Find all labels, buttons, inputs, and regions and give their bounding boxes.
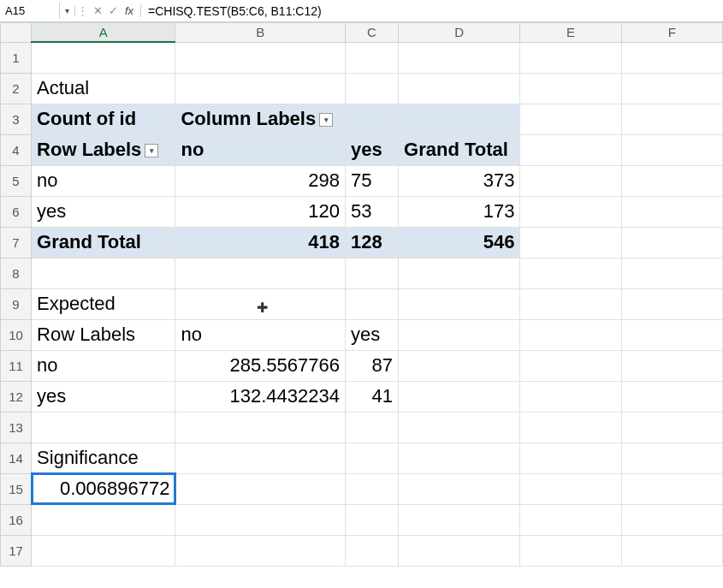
cell[interactable] [345, 258, 398, 288]
pivot-count-of-id[interactable]: Count of id [32, 104, 175, 134]
cell[interactable]: 373 [399, 165, 520, 196]
cell[interactable] [621, 381, 722, 412]
cell[interactable]: yes [32, 381, 175, 412]
column-labels-dropdown[interactable]: ▾ [319, 113, 333, 127]
cell-label-expected[interactable]: Expected [32, 288, 175, 319]
cell[interactable] [520, 258, 621, 288]
cell[interactable] [399, 504, 520, 535]
pivot-grand-total-col[interactable]: Grand Total [399, 134, 520, 165]
cell[interactable] [520, 165, 621, 196]
name-box-dropdown[interactable]: ▾ [60, 6, 75, 16]
row-header[interactable]: 4 [1, 134, 32, 165]
cell-significance-value[interactable]: 0.006896772 [32, 473, 175, 504]
cell[interactable] [399, 288, 520, 319]
row-header[interactable]: 15 [1, 473, 32, 504]
cell[interactable] [621, 535, 722, 566]
cell-label-significance[interactable]: Significance [32, 442, 175, 473]
row-header[interactable]: 13 [1, 412, 32, 442]
cell[interactable] [399, 350, 520, 381]
cell[interactable] [520, 504, 621, 535]
row-header[interactable]: 17 [1, 535, 32, 566]
pivot-col-yes[interactable]: yes [345, 134, 398, 165]
cell[interactable] [32, 258, 175, 288]
cell[interactable] [399, 319, 520, 350]
cell[interactable] [520, 42, 621, 73]
row-header[interactable]: 3 [1, 104, 32, 134]
cell[interactable] [520, 381, 621, 412]
cell[interactable] [621, 350, 722, 381]
row-labels-dropdown[interactable]: ▾ [145, 144, 158, 157]
pivot-row-labels[interactable]: Row Labels▾ [32, 134, 175, 165]
cell[interactable] [621, 288, 722, 319]
cell[interactable] [399, 42, 520, 73]
cell[interactable]: 120 [175, 196, 345, 227]
cell[interactable] [621, 104, 722, 134]
cell[interactable] [345, 73, 398, 104]
cell[interactable] [621, 504, 722, 535]
row-header[interactable]: 5 [1, 165, 32, 196]
cell[interactable] [345, 504, 398, 535]
cell[interactable] [175, 535, 345, 566]
name-box[interactable] [0, 3, 60, 19]
col-header-F[interactable]: F [621, 23, 722, 43]
cell[interactable]: Row Labels [32, 319, 175, 350]
cell[interactable]: no [32, 350, 175, 381]
spreadsheet-grid[interactable]: A B C D E F 1 2 Actual 3 Count of id Col… [0, 22, 723, 588]
cell[interactable]: no [32, 165, 175, 196]
accept-icon[interactable]: ✓ [105, 4, 121, 17]
cell[interactable]: yes [32, 196, 175, 227]
cell[interactable] [520, 288, 621, 319]
cell[interactable] [399, 381, 520, 412]
row-header[interactable]: 8 [1, 258, 32, 288]
pivot-col-no[interactable]: no [175, 134, 345, 165]
row-header[interactable]: 7 [1, 227, 32, 258]
cell[interactable] [520, 73, 621, 104]
cell[interactable] [520, 196, 621, 227]
row-header[interactable]: 10 [1, 319, 32, 350]
pivot-column-labels[interactable]: Column Labels▾ [175, 104, 345, 134]
cell[interactable]: 53 [345, 196, 398, 227]
col-header-B[interactable]: B [175, 23, 345, 43]
row-header[interactable]: 1 [1, 42, 32, 73]
cell[interactable] [621, 73, 722, 104]
cell[interactable] [621, 42, 722, 73]
cell[interactable] [32, 535, 175, 566]
cell[interactable]: 285.5567766 [175, 350, 345, 381]
cell[interactable]: 418 [175, 227, 345, 258]
cell[interactable] [399, 442, 520, 473]
cell[interactable] [621, 196, 722, 227]
col-header-D[interactable]: D [399, 23, 520, 43]
cell[interactable] [345, 535, 398, 566]
cell[interactable] [175, 258, 345, 288]
cell[interactable] [520, 134, 621, 165]
cell[interactable] [399, 258, 520, 288]
cell[interactable]: 546 [399, 227, 520, 258]
cell[interactable] [399, 535, 520, 566]
cell[interactable] [345, 104, 398, 134]
cell[interactable] [399, 412, 520, 442]
cell[interactable] [621, 319, 722, 350]
cell[interactable]: 41 [345, 381, 398, 412]
cell[interactable] [621, 442, 722, 473]
pivot-grand-total-row[interactable]: Grand Total [32, 227, 175, 258]
cell[interactable] [399, 104, 520, 134]
cell[interactable] [520, 473, 621, 504]
cell[interactable] [175, 442, 345, 473]
cell[interactable] [520, 535, 621, 566]
cell[interactable]: 173 [399, 196, 520, 227]
cell[interactable] [621, 165, 722, 196]
cell[interactable] [175, 288, 345, 319]
cell[interactable] [520, 350, 621, 381]
cell-reference-input[interactable] [5, 4, 54, 17]
cell[interactable] [621, 258, 722, 288]
cell[interactable]: 128 [345, 227, 398, 258]
cell[interactable] [175, 42, 345, 73]
row-header[interactable]: 11 [1, 350, 32, 381]
cell-label-actual[interactable]: Actual [32, 73, 175, 104]
cell[interactable] [621, 227, 722, 258]
cell[interactable] [32, 412, 175, 442]
cell[interactable] [621, 473, 722, 504]
cell[interactable] [399, 73, 520, 104]
cell[interactable] [32, 504, 175, 535]
col-header-E[interactable]: E [520, 23, 621, 43]
